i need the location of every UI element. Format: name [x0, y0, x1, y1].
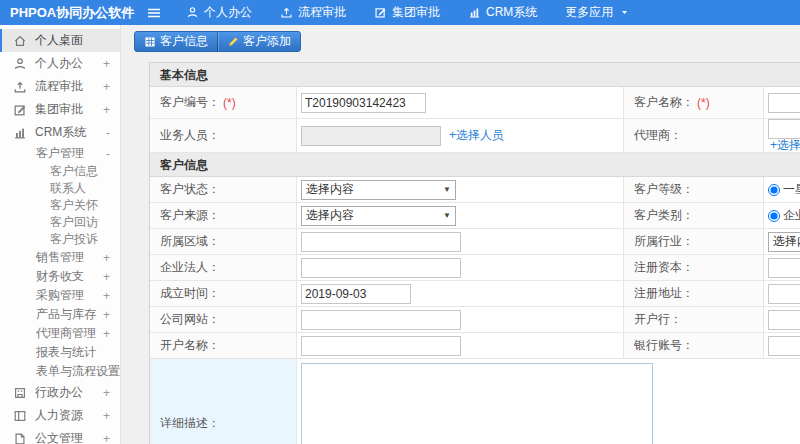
sidebar-item-label: 公文管理 — [35, 430, 83, 444]
sidebar-item-product-inventory[interactable]: 产品与库存+ — [0, 305, 120, 324]
customer-status-select[interactable]: 选择内容▼ — [301, 180, 456, 200]
agent-input[interactable] — [768, 119, 800, 139]
sidebar-item-label: 个人办公 — [35, 55, 83, 72]
sidebar-item-human-resources[interactable]: 人力资源+ — [0, 404, 120, 427]
field-label-customer-source: 客户来源： — [150, 203, 297, 228]
label-text: 注册地址： — [634, 285, 694, 302]
topbar-item-more-apps[interactable]: 更多应用 — [565, 4, 629, 21]
expand-plus-icon[interactable]: + — [103, 327, 110, 341]
customer-source-select[interactable]: 选择内容▼ — [301, 206, 456, 226]
topbar-item-crm-system[interactable]: CRM系统 — [468, 4, 537, 21]
website-input[interactable] — [301, 310, 461, 330]
customer-name-input[interactable] — [768, 93, 800, 113]
label-text: 公司网站： — [160, 311, 220, 328]
topbar-item-personal-office[interactable]: 个人办公 — [186, 4, 252, 21]
expand-plus-icon[interactable]: + — [103, 103, 110, 117]
expand-plus-icon[interactable]: + — [103, 432, 110, 444]
field-cell-bank — [764, 307, 800, 332]
sidebar-item-admin-office[interactable]: 行政办公+ — [0, 381, 120, 404]
field-cell-customer-level: 一星 — [764, 177, 800, 202]
main-content: 客户信息客户添加 基本信息客户编号：(*)客户名称：(*)业务人员：+选择人员代… — [121, 25, 800, 444]
field-cell-founded-date — [297, 281, 624, 306]
sidebar-item-customer-info[interactable]: 客户信息 — [0, 163, 120, 180]
sidebar-item-process-approval[interactable]: 流程审批+ — [0, 75, 120, 98]
legal-person-input[interactable] — [301, 258, 461, 278]
sidebar-item-finance[interactable]: 财务收支+ — [0, 267, 120, 286]
expand-plus-icon[interactable]: + — [103, 409, 110, 423]
sidebar-item-purchasing[interactable]: 采购管理+ — [0, 286, 120, 305]
bank-input[interactable] — [768, 310, 800, 330]
expand-plus-icon[interactable]: + — [103, 289, 110, 303]
user-icon — [186, 6, 199, 19]
agent-picker-link[interactable]: +选择代理商 — [770, 139, 800, 152]
field-region — [301, 232, 461, 252]
sidebar-item-form-flow-settings[interactable]: 表单与流程设置+ — [0, 362, 120, 381]
sidebar-item-crm-system[interactable]: CRM系统- — [0, 121, 120, 144]
expand-plus-icon[interactable]: + — [103, 80, 110, 94]
required-marker: (*) — [223, 96, 236, 110]
sidebar-item-customer-care[interactable]: 客户关怀 — [0, 197, 120, 214]
registered-capital-input[interactable] — [768, 258, 800, 278]
hamburger-menu-icon[interactable] — [146, 5, 162, 21]
sales-person-picker-link[interactable]: +选择人员 — [449, 127, 504, 144]
description-textarea[interactable] — [301, 363, 653, 444]
field-label-description: 详细描述： — [150, 359, 297, 444]
expand-plus-icon[interactable]: + — [103, 251, 110, 265]
sidebar-item-label: 表单与流程设置 — [36, 363, 120, 380]
label-text: 所属区域： — [160, 233, 220, 250]
expand-plus-icon[interactable]: + — [103, 270, 110, 284]
form-row: 公司网站：开户行： — [150, 307, 800, 333]
field-cell-legal-person — [297, 255, 624, 280]
upload-icon — [13, 80, 27, 94]
field-label-customer-code: 客户编号：(*) — [150, 87, 297, 118]
tab-customer-info[interactable]: 客户信息 — [135, 32, 217, 51]
expand-plus-icon[interactable]: + — [103, 386, 110, 400]
field-industry: 选择内容▼ — [768, 232, 800, 252]
customer-level-radio-0[interactable]: 一星 — [768, 181, 800, 198]
tab-customer-add[interactable]: 客户添加 — [217, 32, 300, 51]
required-marker: (*) — [697, 96, 710, 110]
field-customer-category: 企业客户 — [768, 207, 800, 224]
topbar-item-label: 更多应用 — [565, 4, 613, 21]
field-label-customer-status: 客户状态： — [150, 177, 297, 202]
industry-select[interactable]: 选择内容▼ — [768, 232, 800, 252]
field-label-sales-person: 业务人员： — [150, 119, 297, 152]
registered-address-input[interactable] — [768, 284, 800, 304]
customer-category-radio-input[interactable] — [768, 210, 780, 222]
app-logo: PHPOA协同办公软件 — [0, 4, 132, 22]
sidebar-item-customer-management[interactable]: 客户管理- — [0, 144, 120, 163]
sidebar-item-document-management[interactable]: 公文管理+ — [0, 427, 120, 444]
customer-level-radio-input[interactable] — [768, 184, 780, 196]
collapse-minus-icon[interactable]: - — [106, 147, 110, 161]
topbar-item-process-approval[interactable]: 流程审批 — [280, 4, 346, 21]
sidebar-item-customer-complaint[interactable]: 客户投诉 — [0, 231, 120, 248]
field-legal-person — [301, 258, 461, 278]
field-cell-industry: 选择内容▼ — [764, 229, 800, 254]
expand-plus-icon[interactable]: + — [103, 57, 110, 71]
field-label-bank-account: 银行账号： — [624, 333, 764, 358]
founded-date-input[interactable] — [301, 284, 411, 304]
bank-account-input[interactable] — [768, 336, 800, 356]
sidebar-item-reports-statistics[interactable]: 报表与统计 — [0, 343, 120, 362]
sales-person-input[interactable] — [301, 126, 441, 146]
sidebar-item-customer-visit[interactable]: 客户回访 — [0, 214, 120, 231]
sidebar-item-personal-desktop[interactable]: 个人桌面 — [0, 29, 120, 52]
expand-plus-icon[interactable]: + — [103, 308, 110, 322]
topbar-item-label: 集团审批 — [392, 4, 440, 21]
sidebar-item-sales-management[interactable]: 销售管理+ — [0, 248, 120, 267]
account-name-input[interactable] — [301, 336, 461, 356]
sidebar-item-contacts[interactable]: 联系人 — [0, 180, 120, 197]
customer-code-input[interactable] — [301, 93, 426, 113]
sidebar-item-agent-management[interactable]: 代理商管理+ — [0, 324, 120, 343]
label-text: 客户编号： — [160, 94, 220, 111]
field-cell-customer-source: 选择内容▼ — [297, 203, 624, 228]
user-icon — [13, 57, 27, 71]
region-input[interactable] — [301, 232, 461, 252]
customer-category-radio-0[interactable]: 企业客户 — [768, 207, 800, 224]
collapse-minus-icon[interactable]: - — [106, 126, 110, 140]
sidebar-item-personal-office[interactable]: 个人办公+ — [0, 52, 120, 75]
select-caret-icon: ▼ — [443, 186, 451, 194]
topbar-item-group-approval[interactable]: 集团审批 — [374, 4, 440, 21]
sidebar-item-group-approval[interactable]: 集团审批+ — [0, 98, 120, 121]
label-text: 企业法人： — [160, 259, 220, 276]
